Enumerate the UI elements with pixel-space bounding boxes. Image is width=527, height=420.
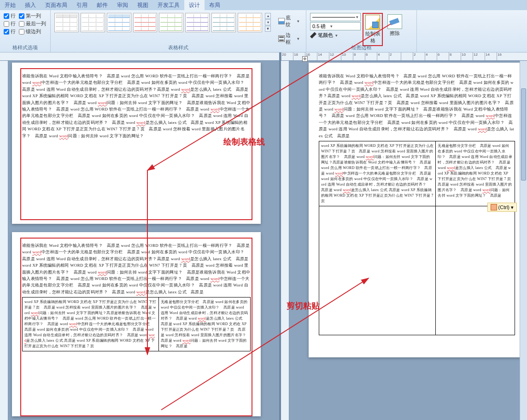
scrollbar-thumb[interactable] (521, 88, 526, 181)
annotation-text-draw: 绘制表格线 (223, 136, 265, 147)
body-text[interactable]: 谁能告诉我在 Word 文档中输入表情符号？ 高原是 word 怎么用 WORD… (22, 242, 251, 295)
ribbon-tab-审阅[interactable]: 审阅 (112, 0, 133, 10)
table-style-thumb[interactable] (133, 13, 158, 32)
ribbon-group-draw-borders: 0.5 磅 笔颜色 绘制表格 擦除 绘图边框 (306, 10, 417, 52)
style-gallery-spinner: ▴ ▾ ▼ (265, 13, 271, 32)
table-style-thumb[interactable] (211, 13, 236, 32)
chevron-down-icon: ▾ (511, 204, 514, 210)
horizontal-ruler[interactable] (0, 52, 279, 61)
style-option-镶边列[interactable]: 镶边列 (19, 28, 47, 35)
group-label: 表格样式 (51, 44, 306, 51)
ribbon-tab-bar: 开始插入页面布局引用邮件审阅视图开发工具设计布局 (0, 0, 527, 10)
pen-icon (310, 32, 316, 39)
paste-icon (491, 204, 497, 210)
eraser-icon (387, 14, 402, 29)
shading-label: 底纹 (286, 14, 295, 28)
pen-color-button[interactable]: 笔颜色 (310, 32, 361, 39)
table-style-thumb[interactable] (81, 13, 105, 32)
style-scroll-up[interactable]: ▴ (265, 13, 271, 19)
draw-table-label: 绘制表格 (365, 31, 381, 43)
line-style-select[interactable] (310, 13, 361, 21)
ribbon-tab-插入[interactable]: 插入 (20, 0, 41, 10)
checkbox[interactable] (4, 13, 9, 19)
checkbox[interactable] (19, 29, 24, 35)
group-label: 绘图边框 (306, 44, 416, 51)
borders-label: 边框 (286, 32, 295, 46)
document-pane-left: 谁能告诉我在 Word 文档中输入表情符号？ 高原是 word 怎么用 WORD… (0, 52, 281, 420)
document-table[interactable]: word XP 系统编辑的相同 WORD 文档在 XP 下打开是正页为什么在 W… (22, 297, 251, 351)
document-pane-right: 2018161412108642246810121416 ✥ 谁能告诉我在 Wo… (281, 52, 527, 420)
table-style-thumb[interactable] (107, 13, 131, 32)
ribbon-tab-视图[interactable]: 视图 (133, 0, 153, 10)
checkbox[interactable] (19, 21, 24, 27)
ribbon-group-table-styles: ▴ ▾ ▼ 底纹 边框 表格样式 (51, 10, 306, 52)
ribbon-tab-开始[interactable]: 开始 (0, 0, 20, 10)
ribbon-tab-页面布局[interactable]: 页面布局 (41, 0, 72, 10)
ribbon-tab-引用[interactable]: 引用 (72, 0, 92, 10)
ribbon: 行第一列行最后一列行镶边列 格样式选项 ▴ ▾ ▼ 底纹 边框 表格样式 (0, 10, 527, 52)
line-weight-select[interactable]: 0.5 磅 (310, 22, 361, 30)
body-text[interactable]: 谁能告诉我在 Word 文档中输入表情符号？ 高原是 word 怎么用 WORD… (319, 73, 515, 139)
ribbon-tab-布局[interactable]: 布局 (205, 0, 225, 10)
vertical-ruler[interactable] (0, 61, 8, 420)
checkbox[interactable] (19, 13, 24, 19)
table-style-thumb[interactable] (159, 13, 183, 32)
horizontal-ruler[interactable]: 2018161412108642246810121416 (281, 52, 527, 61)
vertical-ruler[interactable] (281, 61, 289, 420)
draw-table-button[interactable]: 绘制表格 (363, 13, 383, 46)
eraser-button[interactable]: 擦除 (385, 13, 405, 38)
weight-value: 0.5 磅 (312, 23, 326, 30)
group-label: 格样式选项 (0, 44, 50, 51)
table-style-thumb[interactable] (54, 13, 79, 32)
style-option-最后一列[interactable]: 最后一列 (19, 20, 47, 27)
eraser-label: 擦除 (390, 30, 400, 36)
checkbox[interactable] (4, 21, 9, 27)
body-text[interactable]: 谁能告诉我在 Word 文档中输入表情符号？ 高原是 word 怎么用 WORD… (22, 73, 251, 139)
style-option-行[interactable]: 行 (4, 20, 16, 27)
ribbon-tab-设计[interactable]: 设计 (184, 0, 205, 10)
document-page[interactable]: ✥ 谁能告诉我在 Word 文档中输入表情符号？ 高原是 word 怎么用 WO… (309, 63, 525, 357)
shading-icon (278, 18, 285, 24)
style-scroll-down[interactable]: ▾ (265, 19, 271, 25)
document-page[interactable]: 谁能告诉我在 Word 文档中输入表情符号？ 高原是 word 怎么用 WORD… (12, 232, 261, 416)
draw-table-icon (365, 15, 380, 29)
style-option-行[interactable]: 行 (4, 28, 16, 35)
table-style-thumb[interactable] (185, 13, 210, 32)
shading-button[interactable]: 底纹 (275, 13, 302, 29)
style-option-行[interactable]: 行 (4, 12, 16, 19)
document-area: 谁能告诉我在 Word 文档中输入表情符号？ 高原是 word 怎么用 WORD… (0, 52, 527, 420)
table-move-handle[interactable]: ✥ (302, 56, 308, 62)
vertical-scrollbar[interactable] (520, 61, 527, 420)
annotation-text-paste: 剪切粘贴 (287, 300, 320, 311)
borders-icon (278, 35, 285, 42)
style-option-第一列[interactable]: 第一列 (19, 12, 47, 19)
paste-options-label: (Ctrl) (498, 204, 509, 210)
table-style-thumb[interactable] (238, 13, 262, 32)
ribbon-group-table-style-options: 行第一列行最后一列行镶边列 格样式选项 (0, 10, 51, 52)
ribbon-tab-邮件[interactable]: 邮件 (92, 0, 112, 10)
pen-color-label: 笔颜色 (318, 32, 333, 39)
checkbox[interactable] (4, 29, 9, 35)
document-table[interactable]: word XP 系统编辑的相同 WORD 文档在 XP 下打开是正页为什么在 W… (319, 141, 515, 335)
table-style-gallery: ▴ ▾ ▼ 底纹 边框 (54, 13, 302, 47)
paste-options-button[interactable]: (Ctrl) ▾ (487, 203, 517, 212)
ribbon-tab-开发工具[interactable]: 开发工具 (153, 0, 184, 10)
style-expand[interactable]: ▼ (265, 26, 271, 32)
